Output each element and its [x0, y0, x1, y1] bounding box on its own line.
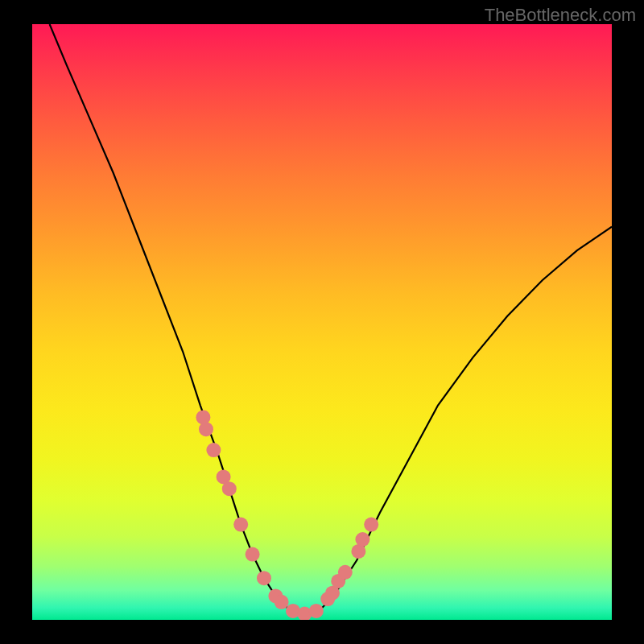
data-marker [355, 532, 369, 547]
data-marker [364, 518, 378, 532]
chart-svg [32, 24, 612, 620]
data-marker [338, 565, 353, 580]
data-marker [275, 595, 289, 609]
data-marker [222, 481, 237, 496]
data-marker [199, 422, 213, 436]
chart-plot-area [32, 24, 612, 620]
bottleneck-curve [50, 24, 612, 614]
data-markers [196, 410, 378, 620]
watermark-text: TheBottleneck.com [485, 5, 636, 26]
data-marker [257, 571, 271, 585]
data-marker [233, 518, 248, 532]
data-marker [309, 604, 324, 618]
data-marker [206, 443, 221, 457]
data-marker [246, 547, 260, 562]
